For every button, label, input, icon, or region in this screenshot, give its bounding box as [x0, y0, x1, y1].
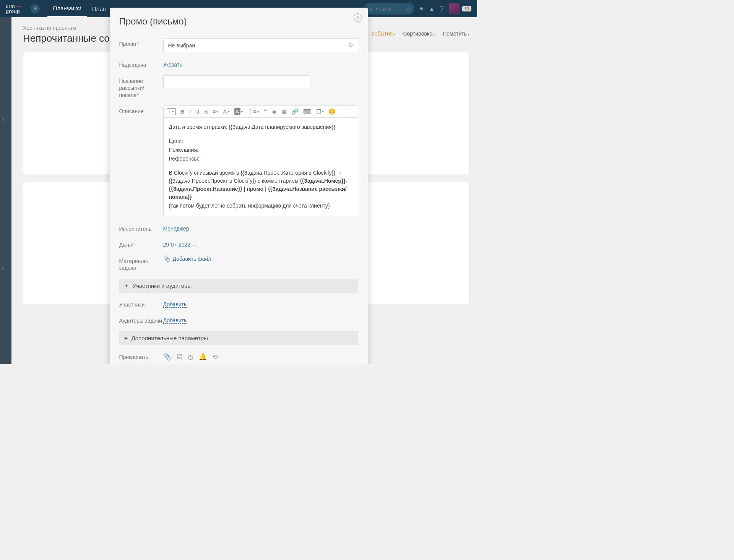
text-color-icon[interactable]: A — [223, 108, 229, 115]
attach-bell-icon[interactable]: 🔔 — [199, 353, 207, 361]
label-assignee: Исполнитель — [119, 223, 163, 232]
close-icon[interactable]: ✕ — [354, 13, 362, 22]
more-icon[interactable]: ☐ — [316, 108, 324, 115]
section-extra[interactable]: ▶ Дополнительные параметры — [119, 331, 358, 345]
list-icon[interactable]: ⋮≡ — [248, 108, 260, 115]
task-modal: ✕ Промо (письмо) Проект* Не выбран ⚙ Над… — [110, 8, 368, 364]
label-dates: Даты* — [119, 239, 163, 248]
label-mailing-name: Название рассылки/попапа* — [119, 75, 163, 99]
gear-icon[interactable]: ⚙ — [348, 42, 353, 49]
add-auditors-link[interactable]: Добавить — [163, 315, 187, 324]
modal-overlay: ✕ Промо (письмо) Проект* Не выбран ⚙ Над… — [0, 0, 477, 364]
table-icon[interactable]: ▦ — [281, 108, 287, 115]
editor-toolbar: T B I U S ≡ A A ⋮≡ ❝ ▣ ▦ 🔗 ⌨ ☐ — [164, 106, 358, 118]
label-project: Проект* — [119, 38, 163, 47]
image-icon[interactable]: ▣ — [271, 108, 277, 115]
mailing-name-input[interactable] — [163, 75, 310, 88]
label-attach: Прикрепить — [119, 351, 163, 360]
assignee-link[interactable]: Менеджер — [163, 223, 189, 232]
triangle-down-icon: ▼ — [125, 283, 129, 288]
paperclip-icon: 📎 — [163, 255, 171, 262]
modal-title: Промо (письмо) — [110, 8, 368, 38]
attach-reminder-icon[interactable]: ◷ — [188, 353, 193, 361]
label-participants: Участники — [119, 299, 163, 308]
label-auditors: Аудиторы задачи — [119, 315, 163, 324]
attach-repeat-icon[interactable]: ⟲ — [212, 353, 218, 361]
strike-icon[interactable]: S — [204, 108, 208, 115]
section-participants[interactable]: ▼ Участники и аудиторы — [119, 279, 358, 293]
editor-content[interactable]: Дата и время отправки: {{Задача.Дата пла… — [164, 118, 358, 216]
label-supertask: Надзадача — [119, 59, 163, 68]
add-participants-link[interactable]: Добавить — [163, 299, 187, 308]
supertask-link[interactable]: Указать — [163, 59, 182, 68]
add-file-link[interactable]: Добавить файл — [173, 256, 211, 262]
description-editor: T B I U S ≡ A A ⋮≡ ❝ ▣ ▦ 🔗 ⌨ ☐ — [163, 106, 358, 216]
label-description: Описание — [119, 106, 163, 115]
attach-checklist-icon[interactable]: ☑ — [177, 353, 182, 361]
code-icon[interactable]: ⌨ — [303, 108, 312, 115]
quote-icon[interactable]: ❝ — [264, 108, 267, 115]
align-icon[interactable]: ≡ — [213, 108, 219, 115]
emoji-icon[interactable]: 😊 — [328, 108, 336, 115]
italic-icon[interactable]: I — [189, 108, 191, 115]
triangle-right-icon: ▶ — [125, 336, 128, 341]
underline-icon[interactable]: U — [195, 108, 200, 115]
bold-icon[interactable]: B — [180, 108, 185, 115]
link-icon[interactable]: 🔗 — [291, 108, 299, 115]
label-materials: Материалы задачи — [119, 255, 163, 271]
project-select[interactable]: Не выбран ⚙ — [163, 38, 358, 52]
dates-link[interactable]: 29-07-2022 — — [163, 239, 198, 248]
format-block-icon[interactable]: T — [167, 108, 176, 115]
attach-file-icon[interactable]: 📎 — [163, 353, 171, 361]
bg-color-icon[interactable]: A — [234, 108, 243, 115]
